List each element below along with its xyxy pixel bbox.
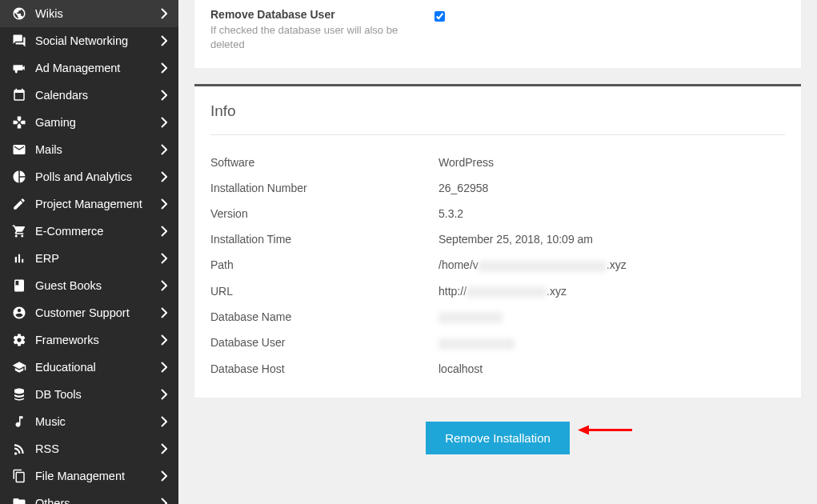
sidebar-item-label: DB Tools [35,388,161,401]
svg-marker-1 [578,426,589,435]
info-value: http://.xyz [439,285,785,298]
cart-icon [11,224,27,238]
sidebar-item-others[interactable]: Others [0,490,178,504]
sidebar-item-label: Guest Books [35,279,161,292]
folder-open-icon [11,496,27,504]
path-prefix: /home/v [439,258,479,271]
chevron-right-icon [161,35,167,46]
info-row-software: Software WordPress [210,150,785,175]
sidebar-item-ad-management[interactable]: Ad Management [0,54,178,82]
sidebar-item-label: Calendars [35,89,161,102]
sidebar: Wikis Social Networking Ad Management Ca… [0,0,178,504]
chevron-right-icon [161,443,167,454]
chevron-right-icon [161,62,167,74]
sidebar-item-calendars[interactable]: Calendars [0,82,178,109]
life-ring-icon [11,306,27,320]
sidebar-item-wikis[interactable]: Wikis [0,0,178,27]
chevron-right-icon [161,362,167,373]
book-icon [11,278,27,293]
remove-db-panel: Remove Database User If checked the data… [194,0,801,68]
sidebar-item-file-management[interactable]: File Management [0,462,178,490]
info-value: /home/v.xyz [439,258,785,271]
edit-icon [11,197,27,211]
chevron-right-icon [161,280,167,291]
remove-db-checkbox[interactable] [435,11,445,22]
sidebar-item-customer-support[interactable]: Customer Support [0,299,178,326]
database-icon [11,387,27,402]
remove-db-description: If checked the database user will also b… [210,23,435,52]
action-row: Remove Installation [194,398,801,470]
sidebar-item-label: Frameworks [35,334,161,346]
sidebar-item-db-tools[interactable]: DB Tools [0,381,178,408]
info-row-path: Path /home/v.xyz [210,252,785,278]
info-value [439,336,785,349]
sidebar-item-social-networking[interactable]: Social Networking [0,27,178,54]
sidebar-item-label: Gaming [35,116,161,129]
chevron-right-icon [161,389,167,400]
chevron-right-icon [161,470,167,482]
sidebar-item-educational[interactable]: Educational [0,354,178,381]
files-icon [11,469,27,483]
sidebar-item-frameworks[interactable]: Frameworks [0,326,178,354]
chevron-right-icon [161,498,167,504]
sidebar-item-music[interactable]: Music [0,408,178,435]
info-label: URL [210,285,439,298]
info-label: Installation Number [210,182,439,194]
info-title: Info [210,102,785,135]
url-suffix: .xyz [547,285,567,298]
bullhorn-icon [11,61,27,75]
sidebar-item-label: ERP [35,252,161,265]
sidebar-item-label: Mails [35,143,161,156]
chevron-right-icon [161,416,167,427]
info-label: Path [210,258,439,271]
bar-chart-icon [11,251,27,266]
chevron-right-icon [161,90,167,101]
sidebar-item-mails[interactable]: Mails [0,136,178,163]
sidebar-item-gaming[interactable]: Gaming [0,109,178,136]
info-row-version: Version 5.3.2 [210,201,785,226]
info-row-url: URL http://.xyz [210,278,785,304]
info-label: Software [210,156,439,169]
sidebar-item-project-management[interactable]: Project Management [0,190,178,218]
sidebar-item-polls-analytics[interactable]: Polls and Analytics [0,163,178,190]
chevron-right-icon [161,8,167,19]
arrow-annotation-icon [578,422,634,442]
calendar-icon [11,88,27,102]
pie-chart-icon [11,170,27,184]
url-prefix: http:// [439,285,467,298]
info-label: Database Host [210,362,439,375]
sidebar-item-guest-books[interactable]: Guest Books [0,272,178,299]
sidebar-item-label: Music [35,415,161,428]
redacted-text [479,261,607,272]
sidebar-item-label: RSS [35,442,161,455]
remove-db-title: Remove Database User [210,8,435,21]
chevron-right-icon [161,334,167,346]
cogs-icon [11,333,27,347]
info-row-database-name: Database Name [210,304,785,330]
chevron-right-icon [161,144,167,155]
comments-icon [11,34,27,48]
gamepad-icon [11,115,27,130]
info-row-installation-time: Installation Time September 25, 2018, 10… [210,226,785,252]
chevron-right-icon [161,253,167,264]
sidebar-item-rss[interactable]: RSS [0,435,178,462]
sidebar-item-erp[interactable]: ERP [0,245,178,272]
sidebar-item-label: Project Management [35,198,161,210]
sidebar-item-label: Customer Support [35,306,161,319]
info-value [439,310,785,323]
info-panel: Info Software WordPress Installation Num… [194,84,801,397]
sidebar-item-ecommerce[interactable]: E-Commerce [0,218,178,245]
info-value: 5.3.2 [439,207,785,220]
graduation-cap-icon [11,360,27,374]
envelope-icon [11,142,27,157]
chevron-right-icon [161,198,167,210]
info-value: 26_62958 [439,182,785,194]
remove-installation-button[interactable]: Remove Installation [426,422,570,454]
info-label: Version [210,207,439,220]
sidebar-item-label: File Management [35,470,161,482]
redacted-text [467,286,547,298]
info-row-installation-number: Installation Number 26_62958 [210,175,785,201]
redacted-text [439,312,503,323]
music-icon [11,414,27,429]
info-value: WordPress [439,156,785,169]
